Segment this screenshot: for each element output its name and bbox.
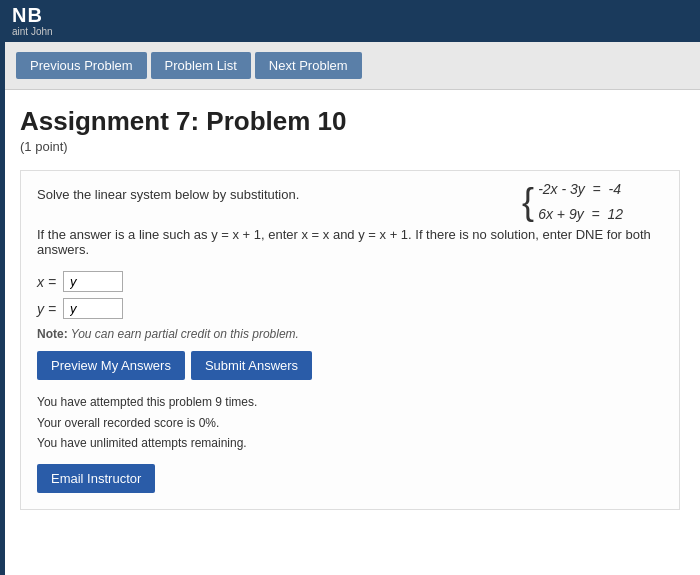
eq2-eq: =: [591, 206, 599, 222]
point-label: (1 point): [20, 139, 680, 154]
line-answer-text: If the answer is a line such as y = x + …: [37, 227, 663, 257]
eq2-lhs: 6x + 9y: [538, 206, 584, 222]
problem-nav-bar: Previous Problem Problem List Next Probl…: [0, 42, 700, 90]
left-accent-bar: [0, 42, 5, 575]
action-buttons: Preview My Answers Submit Answers: [37, 351, 663, 380]
problem-list-button[interactable]: Problem List: [151, 52, 251, 79]
email-instructor-button[interactable]: Email Instructor: [37, 464, 155, 493]
previous-problem-button[interactable]: Previous Problem: [16, 52, 147, 79]
next-problem-button[interactable]: Next Problem: [255, 52, 362, 79]
attempt-line1: You have attempted this problem 9 times.: [37, 392, 663, 412]
submit-answers-button[interactable]: Submit Answers: [191, 351, 312, 380]
equation1: -2x - 3y = -4: [538, 177, 623, 202]
x-label: x =: [37, 274, 57, 290]
attempt-info: You have attempted this problem 9 times.…: [37, 392, 663, 453]
x-input-row: x =: [37, 271, 663, 292]
page-content: Assignment 7: Problem 10 (1 point) { -2x…: [0, 90, 700, 575]
preview-answers-button[interactable]: Preview My Answers: [37, 351, 185, 380]
note-text: Note: You can earn partial credit on thi…: [37, 327, 663, 341]
eq1-rhs: -4: [609, 181, 621, 197]
y-label: y =: [37, 301, 57, 317]
brand-sub: aint John: [12, 26, 53, 37]
equation-block: { -2x - 3y = -4 6x + 9y =: [522, 177, 623, 227]
attempt-line2: Your overall recorded score is 0%.: [37, 413, 663, 433]
note-body: You can earn partial credit on this prob…: [71, 327, 299, 341]
top-navigation-bar: NB aint John: [0, 0, 700, 42]
equation2: 6x + 9y = 12: [538, 202, 623, 227]
y-input[interactable]: [63, 298, 123, 319]
brand-logo: NB: [12, 5, 53, 25]
assignment-title: Assignment 7: Problem 10: [20, 106, 680, 137]
eq1-lhs: -2x - 3y: [538, 181, 585, 197]
eq2-rhs: 12: [607, 206, 623, 222]
y-input-row: y =: [37, 298, 663, 319]
note-label: Note:: [37, 327, 68, 341]
attempt-line3: You have unlimited attempts remaining.: [37, 433, 663, 453]
problem-section: { -2x - 3y = -4 6x + 9y =: [20, 170, 680, 510]
eq1-eq: =: [593, 181, 601, 197]
x-input[interactable]: [63, 271, 123, 292]
content-area: Previous Problem Problem List Next Probl…: [0, 42, 700, 575]
